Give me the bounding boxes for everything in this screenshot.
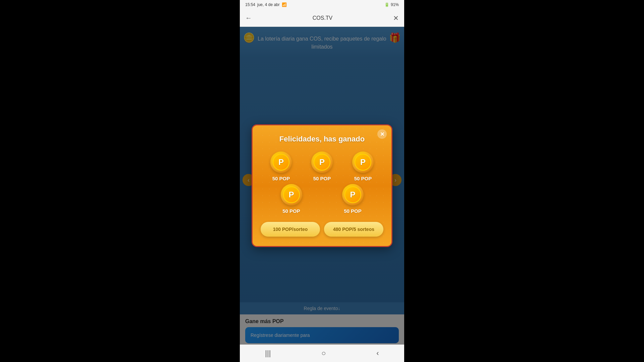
- pop-coin-3: P: [352, 152, 374, 173]
- coin-item-2: P 50 POP: [311, 152, 333, 181]
- nav-home[interactable]: ○: [321, 349, 326, 358]
- pop-coin-4: P: [281, 184, 302, 205]
- multi-draw-button[interactable]: 480 POP/5 sorteos: [324, 222, 383, 237]
- coins-top-row: P 50 POP P 50 POP P 50 POP: [261, 152, 383, 181]
- time-display: 15:54: [245, 2, 255, 7]
- battery-level: 91%: [391, 2, 399, 7]
- close-browser-button[interactable]: ✕: [393, 14, 399, 22]
- coin-label-1: 50 POP: [272, 176, 290, 181]
- reward-modal: ✕ Felicidades, has ganado P 50 POP P: [252, 124, 392, 247]
- pop-coin-5: P: [342, 184, 364, 205]
- coin-label-3: 50 POP: [354, 176, 372, 181]
- coin-label-4: 50 POP: [282, 208, 300, 214]
- battery-icon: 🔋: [384, 2, 389, 7]
- nav-back[interactable]: ‹: [376, 349, 379, 358]
- date-display: jue, 4 de abr: [257, 2, 280, 7]
- status-bar: 15:54 jue, 4 de abr 📶 🔋 91%: [240, 0, 404, 9]
- browser-title: COS.TV: [257, 15, 388, 21]
- coin-item-4: P 50 POP: [281, 184, 302, 214]
- coin-item-1: P 50 POP: [270, 152, 292, 181]
- pop-coin-inner-1: P: [273, 154, 289, 171]
- back-button[interactable]: ←: [245, 14, 252, 22]
- coin-label-5: 50 POP: [344, 208, 362, 214]
- modal-title: Felicidades, has ganado: [261, 135, 383, 143]
- nav-recent-apps[interactable]: |||: [265, 349, 271, 358]
- coin-item-5: P 50 POP: [342, 184, 364, 214]
- modal-close-button[interactable]: ✕: [377, 129, 387, 139]
- coin-item-3: P 50 POP: [352, 152, 374, 181]
- pop-coin-inner-5: P: [344, 186, 361, 203]
- single-draw-button[interactable]: 100 POP/sorteo: [261, 222, 320, 237]
- browser-chrome: ← COS.TV ✕: [240, 9, 404, 27]
- pop-coin-inner-3: P: [355, 154, 371, 171]
- modal-overlay: ✕ Felicidades, has ganado P 50 POP P: [240, 27, 404, 345]
- status-left: 15:54 jue, 4 de abr 📶: [245, 2, 287, 7]
- pop-coin-inner-4: P: [283, 186, 300, 203]
- modal-buttons: 100 POP/sorteo 480 POP/5 sorteos: [261, 222, 383, 237]
- pop-coin-inner-2: P: [314, 154, 330, 171]
- coins-bottom-row: P 50 POP P 50 POP: [261, 184, 383, 214]
- nav-bar: ||| ○ ‹: [240, 345, 404, 362]
- coin-label-2: 50 POP: [313, 176, 331, 181]
- signal-icon: 📶: [282, 2, 287, 7]
- pop-coin-2: P: [311, 152, 333, 173]
- status-right: 🔋 91%: [384, 2, 399, 7]
- main-content: 🪙 🎁 La lotería diaria gana COS, recibe p…: [240, 27, 404, 345]
- pop-coin-1: P: [270, 152, 292, 173]
